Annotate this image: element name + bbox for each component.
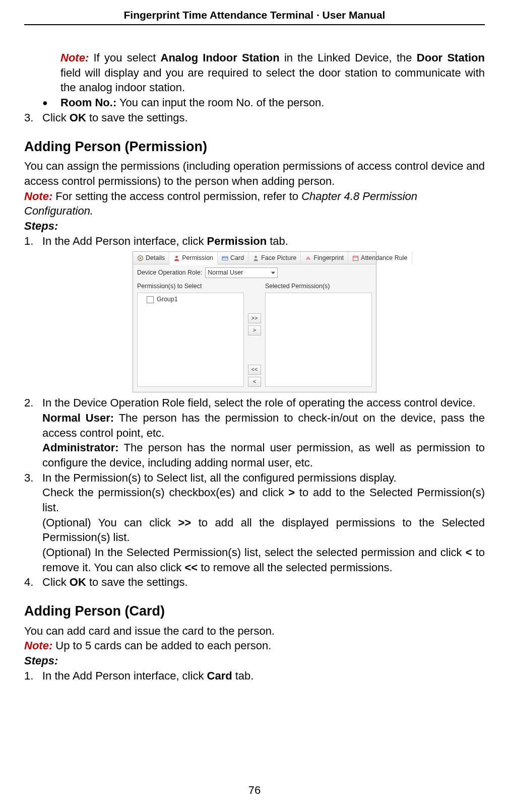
svg-point-5 (254, 255, 257, 258)
text: (Optional) In the Selected Permission(s)… (42, 546, 466, 559)
text: In the Permission(s) to Select list, all… (42, 470, 485, 486)
add-all-button[interactable]: >> (248, 313, 261, 323)
step-number: 1. (24, 668, 42, 684)
step-number: 4. (24, 575, 42, 590)
note-label: Note: (24, 639, 52, 652)
svg-point-2 (175, 256, 178, 258)
bullet-item: ● Room No.: You can input the room No. o… (24, 95, 485, 110)
role-select[interactable]: Normal User (205, 267, 278, 278)
face-icon (252, 255, 259, 261)
tab-label: Fingerprint (313, 254, 344, 262)
text-bold: Normal User: (42, 412, 114, 424)
steps-label: Steps: (24, 219, 485, 234)
note-label: Note: (24, 190, 52, 202)
fingerprint-icon (305, 255, 311, 261)
note-line: Note: Up to 5 cards can be added to each… (24, 638, 485, 653)
add-button[interactable]: > (248, 325, 261, 335)
svg-point-1 (140, 257, 141, 259)
checkbox[interactable] (147, 296, 154, 303)
left-list-heading: Permission(s) to Select (137, 281, 244, 293)
list-item: 4. Click OK to save the settings. (24, 575, 485, 590)
transfer-buttons: >> > << < (248, 281, 261, 387)
text: For setting the access control permissio… (52, 190, 301, 202)
text-bold: Analog Indoor Station (161, 51, 280, 64)
svg-rect-6 (353, 256, 358, 260)
tab-fingerprint[interactable]: Fingerprint (301, 252, 348, 264)
tab-label: Card (230, 254, 244, 262)
text-bold: > (288, 486, 295, 499)
note-label: Note: (60, 51, 89, 64)
tab-face-picture[interactable]: Face Picture (248, 252, 301, 264)
remove-button[interactable]: < (248, 377, 261, 387)
text: tab. (267, 235, 288, 247)
list-item: 2. In the Device Operation Role field, s… (24, 395, 485, 470)
text: Click (42, 576, 70, 588)
details-icon (137, 255, 144, 261)
section-heading: Adding Person (Permission) (24, 138, 485, 156)
text-bold: >> (178, 516, 191, 529)
text: Click (42, 111, 70, 124)
attendance-icon (352, 255, 359, 261)
step-number: 2. (24, 395, 42, 470)
text-bold: Card (207, 669, 232, 682)
tab-label: Attendance Rule (361, 254, 407, 262)
selected-permissions-list[interactable] (265, 293, 372, 387)
group-item[interactable]: Group1 (140, 295, 241, 304)
tab-attendance-rule[interactable]: Attendance Rule (348, 252, 412, 264)
text: in the Linked Device, the (280, 51, 417, 64)
role-label: Device Operation Role: (137, 268, 202, 277)
roomno-label: Room No.: (60, 96, 116, 109)
list-item: 1. In the Add Person interface, click Ca… (24, 668, 485, 684)
paragraph: You can assign the permissions (includin… (24, 159, 485, 188)
right-list-heading: Selected Permission(s) (265, 281, 372, 293)
text: In the Add Person interface, click (42, 235, 207, 247)
tab-label: Permission (182, 254, 213, 262)
text: If you select (89, 51, 160, 64)
text-bold: < (466, 546, 472, 559)
text: to save the settings. (86, 111, 188, 124)
text: In the Add Person interface, click (42, 669, 207, 682)
text-bold: Administrator: (42, 441, 119, 454)
tab-permission[interactable]: Permission (169, 252, 218, 265)
step-number: 3. (24, 110, 42, 125)
text-bold: OK (70, 576, 86, 588)
text: In the Device Operation Role field, sele… (42, 395, 485, 411)
group-label: Group1 (157, 295, 178, 304)
text: Check the permission(s) checkbox(es) and… (42, 486, 288, 499)
permissions-to-select-list[interactable]: Group1 (137, 293, 244, 387)
card-icon (222, 255, 228, 261)
role-value: Normal User (208, 269, 243, 276)
tab-label: Face Picture (261, 254, 296, 262)
paragraph: You can add card and issue the card to t… (24, 624, 485, 639)
text: Up to 5 cards can be added to each perso… (52, 639, 271, 652)
text: (Optional) You can click (42, 516, 178, 529)
text: field will display and you are required … (60, 66, 485, 94)
text-bold: Permission (207, 235, 267, 247)
note-line: Note: For setting the access control per… (24, 189, 485, 219)
roomno-text: You can input the room No. of the person… (116, 96, 324, 109)
list-item: 1. In the Add Person interface, click Pe… (24, 234, 485, 249)
note-block: Note: If you select Analog Indoor Statio… (24, 50, 485, 95)
bullet-icon: ● (42, 95, 60, 110)
page-number: 76 (0, 784, 509, 797)
person-icon (173, 255, 180, 261)
text: to save the settings. (86, 576, 188, 588)
tab-details[interactable]: Details (133, 252, 169, 264)
step-number: 1. (24, 234, 42, 249)
tab-label: Details (146, 254, 165, 262)
tab-bar: Details Permission Card Face Picture Fin… (133, 252, 376, 264)
step-number: 3. (24, 470, 42, 575)
text: tab. (232, 669, 254, 682)
text-bold: OK (70, 111, 86, 124)
steps-label: Steps: (24, 653, 485, 668)
permission-dialog-screenshot: Details Permission Card Face Picture Fin… (133, 251, 376, 392)
list-item: 3. In the Permission(s) to Select list, … (24, 470, 485, 575)
remove-all-button[interactable]: << (248, 365, 261, 375)
tab-card[interactable]: Card (218, 252, 248, 264)
svg-rect-4 (222, 257, 228, 258)
text-bold: Door Station (417, 51, 485, 64)
text-bold: << (184, 561, 198, 574)
section-heading: Adding Person (Card) (24, 602, 485, 620)
page-header-title: Fingerprint Time Attendance Terminal · U… (24, 9, 485, 25)
svg-rect-3 (222, 256, 228, 260)
